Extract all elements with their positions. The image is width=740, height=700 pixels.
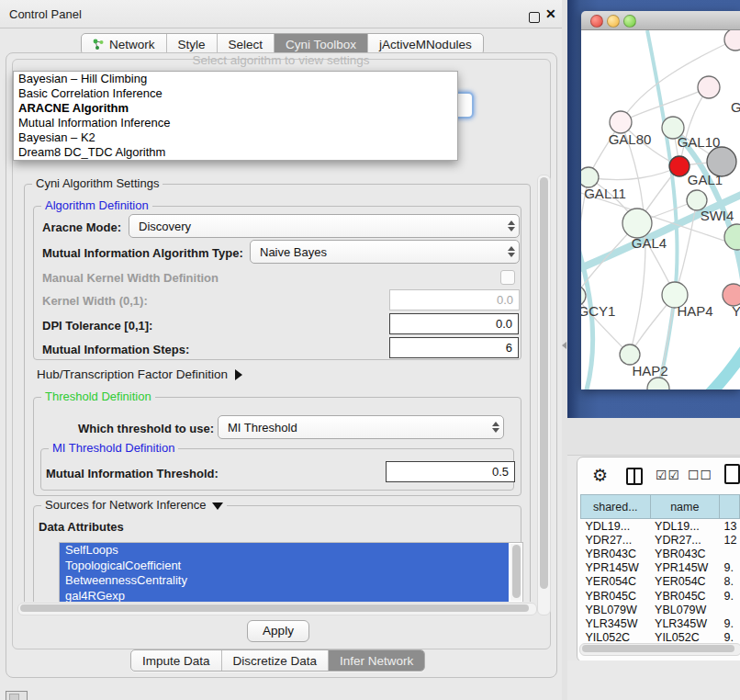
bottom-tabbar: Impute Data Discretize Data Infer Networ… bbox=[130, 649, 425, 672]
dropdown-item[interactable]: Bayesian – Hill Climbing bbox=[14, 72, 457, 86]
data-attributes-list[interactable]: SelfLoops TopologicalCoefficient Between… bbox=[59, 542, 523, 602]
minimized-panel-icon[interactable] bbox=[6, 691, 28, 700]
node-circle[interactable] bbox=[620, 344, 640, 365]
dropdown-item[interactable]: Basic Correlation Inference bbox=[14, 86, 457, 101]
dropdown-item-selected[interactable]: ARACNE Algorithm bbox=[14, 101, 457, 116]
tab-jactivemnodules[interactable]: jActiveMNodules bbox=[368, 34, 483, 54]
node-circle[interactable] bbox=[622, 209, 652, 238]
scrollbar-thumb[interactable] bbox=[540, 177, 548, 589]
collapse-down-icon bbox=[212, 502, 223, 510]
mi-algorithm-type-combobox[interactable]: Naive Bayes bbox=[250, 240, 520, 264]
node-label: GAL7 bbox=[731, 99, 740, 115]
dropdown-item[interactable]: Dream8 DC_TDC Algorithm bbox=[14, 145, 457, 160]
node-label: HAP2 bbox=[632, 363, 667, 378]
table-row[interactable]: YPR145WYPR145W9. bbox=[581, 561, 740, 575]
apply-button[interactable]: Apply bbox=[247, 620, 309, 642]
table-row[interactable]: YLR345WYLR345W9. bbox=[581, 616, 740, 630]
dropdown-item[interactable]: Bayesian – K2 bbox=[14, 130, 457, 145]
algorithm-combo-placeholder: Select algorithm to view settings bbox=[0, 53, 562, 67]
table-row[interactable]: YDL19...YDL19...13 bbox=[581, 519, 740, 534]
spinner-arrows-icon bbox=[504, 246, 519, 257]
dropdown-item[interactable]: Mutual Information Inference bbox=[14, 116, 457, 130]
column-header[interactable] bbox=[720, 495, 740, 519]
table-row[interactable]: YBR045CYBR045C9. bbox=[581, 589, 740, 603]
table-row[interactable]: YDR27...YDR27...12 bbox=[581, 533, 740, 547]
node-circle[interactable] bbox=[724, 30, 740, 51]
scrollbar-thumb[interactable] bbox=[20, 604, 529, 612]
dpi-tolerance-field[interactable]: 0.0 bbox=[389, 313, 519, 334]
manual-kernel-label: Manual Kernel Width Definition bbox=[42, 271, 219, 285]
mi-steps-label: Mutual Information Steps: bbox=[42, 343, 189, 356]
data-attributes-label: Data Attributes bbox=[39, 520, 124, 534]
node-label: GCY1 bbox=[581, 303, 615, 319]
mi-threshold-field[interactable]: 0.5 bbox=[386, 461, 515, 482]
network-tab-icon bbox=[93, 39, 105, 51]
control-panel-titlebar: Control Panel ✕ bbox=[0, 0, 562, 28]
list-scrollbar[interactable] bbox=[510, 544, 521, 601]
aracne-mode-label: Aracne Mode: bbox=[42, 220, 121, 234]
tab-select[interactable]: Select bbox=[218, 34, 275, 54]
group-title: Algorithm Definition bbox=[41, 198, 152, 212]
settings-vertical-scrollbar[interactable] bbox=[537, 175, 551, 615]
tab-cyni-toolbox[interactable]: Cyni Toolbox bbox=[275, 34, 368, 54]
list-item[interactable]: BetweennessCentrality bbox=[60, 573, 509, 589]
node-circle[interactable] bbox=[610, 111, 632, 133]
file-icon[interactable] bbox=[724, 464, 740, 484]
close-icon[interactable]: ✕ bbox=[545, 6, 556, 21]
tab-impute-data[interactable]: Impute Data bbox=[131, 650, 222, 671]
node-circle[interactable] bbox=[724, 224, 740, 250]
expand-right-icon bbox=[235, 369, 242, 380]
algorithm-dropdown-popup: Bayesian – Hill Climbing Basic Correlati… bbox=[13, 71, 458, 161]
which-threshold-combobox[interactable]: MI Threshold bbox=[218, 415, 504, 439]
desktop-area bbox=[567, 660, 740, 700]
settings-horizontal-scrollbar[interactable] bbox=[17, 603, 537, 615]
checked-checkboxes-icon[interactable]: ☑☑ bbox=[656, 468, 680, 482]
tab-network[interactable]: Network bbox=[82, 34, 167, 54]
node-label: GAL11 bbox=[584, 186, 626, 201]
table-row[interactable]: YER054CYER054C8. bbox=[581, 575, 740, 589]
table-panel-titlebar: Table Panel bbox=[567, 418, 740, 456]
gear-icon[interactable]: ⚙ bbox=[592, 465, 608, 486]
table-row[interactable]: YBR043CYBR043C bbox=[581, 547, 740, 560]
network-canvas[interactable]: GAL7 GAL80 GAL10 GAL1 GAL11 GAL4 SWI4 GC… bbox=[581, 30, 740, 390]
manual-kernel-checkbox[interactable] bbox=[500, 270, 515, 285]
tab-style[interactable]: Style bbox=[167, 34, 218, 54]
unchecked-checkboxes-icon[interactable]: ☐☐ bbox=[688, 468, 712, 482]
table-row[interactable]: YBL079WYBL079W bbox=[581, 603, 740, 616]
list-item[interactable]: gal4RGexp bbox=[60, 589, 509, 603]
node-label: Y bbox=[732, 303, 740, 319]
list-item[interactable]: TopologicalCoefficient bbox=[60, 559, 509, 574]
aracne-mode-combobox[interactable]: Discovery bbox=[129, 214, 520, 238]
zoom-traffic-light-icon[interactable] bbox=[623, 15, 636, 28]
node-label: GAL4 bbox=[632, 235, 667, 251]
node-circle[interactable] bbox=[698, 76, 720, 98]
network-window-titlebar[interactable] bbox=[581, 11, 740, 30]
column-header[interactable]: shared... bbox=[581, 495, 651, 519]
node-circle[interactable] bbox=[581, 167, 599, 187]
divider-collapse-icon[interactable] bbox=[562, 342, 566, 349]
spinner-arrows-icon bbox=[488, 422, 503, 433]
float-window-icon[interactable] bbox=[529, 12, 540, 23]
node-label: HAP4 bbox=[677, 303, 712, 319]
panel-title: Control Panel bbox=[9, 7, 82, 21]
node-circle[interactable] bbox=[647, 378, 669, 390]
list-item[interactable]: SelfLoops bbox=[60, 543, 509, 559]
tab-discretize-data[interactable]: Discretize Data bbox=[222, 650, 330, 671]
close-traffic-light-icon[interactable] bbox=[590, 15, 603, 28]
column-header[interactable]: name bbox=[650, 495, 720, 519]
columns-icon[interactable] bbox=[626, 468, 643, 485]
group-title: Threshold Definition bbox=[41, 390, 155, 403]
network-view-window: GAL7 GAL80 GAL10 GAL1 GAL11 GAL4 SWI4 GC… bbox=[581, 11, 740, 390]
scrollbar-thumb[interactable] bbox=[582, 645, 734, 652]
tab-infer-network[interactable]: Infer Network bbox=[329, 650, 424, 671]
mi-type-label: Mutual Information Algorithm Type: bbox=[42, 246, 243, 260]
mi-steps-field[interactable]: 6 bbox=[389, 337, 519, 358]
minimize-traffic-light-icon[interactable] bbox=[607, 15, 620, 28]
which-threshold-label: Which threshold to use: bbox=[78, 422, 214, 435]
table-horizontal-scrollbar[interactable] bbox=[579, 643, 740, 656]
sources-group-title[interactable]: Sources for Network Inference bbox=[41, 498, 227, 512]
node-circle-red[interactable] bbox=[669, 156, 690, 176]
hub-definition-expander[interactable]: Hub/Transcription Factor Definition bbox=[37, 367, 242, 381]
kernel-width-field[interactable]: 0.0 bbox=[389, 289, 520, 310]
scrollbar-thumb[interactable] bbox=[512, 545, 521, 598]
